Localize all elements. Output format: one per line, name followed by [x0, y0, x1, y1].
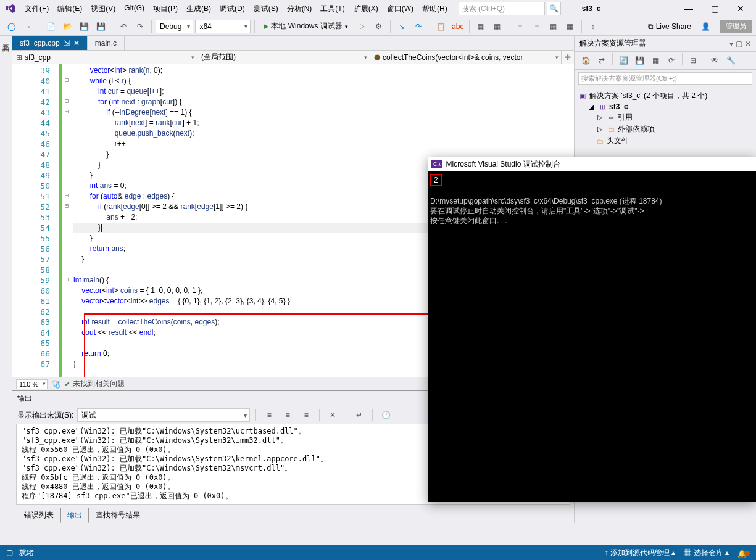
tb-icon-8[interactable]: ▦	[563, 19, 578, 34]
console-body[interactable]: 2 D:\mysetup\gopath\src\dsy\sf3_c\x64\De…	[428, 171, 756, 228]
expand-icon[interactable]: ▷	[596, 113, 604, 122]
admin-badge: 管理员	[720, 20, 752, 33]
out-icon-3[interactable]: ≡	[299, 408, 314, 422]
sol-save-icon[interactable]: 💾	[632, 53, 647, 68]
nav-global[interactable]: (全局范围)	[197, 51, 370, 64]
solution-icon: ▣	[578, 92, 587, 101]
tb-icon-9[interactable]: ↕	[586, 19, 600, 34]
tab-label: sf3_cpp.cpp	[20, 39, 60, 47]
nav-back-icon[interactable]: ◯	[4, 19, 19, 34]
out-clock-icon[interactable]: 🕐	[378, 408, 393, 422]
console-titlebar[interactable]: C:\ Microsoft Visual Studio 调试控制台	[428, 157, 756, 171]
nav-func[interactable]: ⬣ collectTheCoins(vector<int>& coins, ve…	[370, 51, 562, 64]
config-combo[interactable]: Debug	[156, 20, 193, 33]
tb-icon-7[interactable]: ▦	[546, 19, 561, 34]
undo-icon[interactable]: ↶	[116, 19, 131, 34]
tree-headers[interactable]: 🗀 头文件	[578, 135, 752, 147]
sol-switch-icon[interactable]: ⇄	[594, 53, 609, 68]
vs-logo-icon	[5, 3, 16, 14]
menu-help[interactable]: 帮助(H)	[418, 1, 451, 17]
expand-icon[interactable]: ▷	[596, 125, 604, 134]
tree-external[interactable]: ▷ 🗀 外部依赖项	[578, 123, 752, 135]
close-button[interactable]: ✕	[730, 1, 751, 16]
menu-project[interactable]: 项目(P)	[149, 1, 181, 17]
step-over-icon[interactable]: ↷	[411, 19, 426, 34]
tree-solution[interactable]: ▣ 解决方案 'sf3_c' (2 个项目，共 2 个)	[578, 90, 752, 102]
menu-file[interactable]: 文件(F)	[21, 1, 52, 17]
tab-output[interactable]: 输出	[60, 508, 89, 523]
sol-sync-icon[interactable]: 🔄	[616, 53, 631, 68]
solution-search[interactable]: 搜索解决方案资源管理器(Ctrl+;)	[578, 72, 752, 85]
pin-icon[interactable]: ⇲	[64, 39, 70, 47]
expand-icon[interactable]: ◢	[587, 102, 596, 111]
sol-view-icon[interactable]: 👁	[707, 53, 722, 68]
sol-home-icon[interactable]: 🏠	[578, 53, 593, 68]
search-input[interactable]: 搜索 (Ctrl+Q)	[459, 2, 545, 15]
tb-icon-3[interactable]: ▦	[473, 19, 488, 34]
nav-fwd-icon[interactable]: →	[20, 19, 35, 34]
redo-icon[interactable]: ↷	[133, 19, 147, 34]
menu-tools[interactable]: 工具(T)	[317, 1, 348, 17]
zoom-combo[interactable]: 110 %	[16, 379, 48, 389]
debug-target-icon[interactable]: ⚙	[372, 19, 386, 34]
dropdown-icon[interactable]: ▾	[729, 39, 733, 48]
out-icon-2[interactable]: ≡	[280, 408, 295, 422]
sol-props-icon[interactable]: 🔧	[723, 53, 738, 68]
menu-extensions[interactable]: 扩展(X)	[350, 1, 382, 17]
menu-build[interactable]: 生成(B)	[183, 1, 215, 17]
new-file-icon[interactable]: 📄	[43, 19, 58, 34]
out-wrap-icon[interactable]: ↵	[352, 408, 367, 422]
liveshare-button[interactable]: ⧉ Live Share	[643, 22, 696, 31]
save-all-icon[interactable]: 💾	[93, 19, 108, 34]
account-icon[interactable]: 👤	[698, 19, 713, 34]
fold-column[interactable]: ⊟ ⊟⊟ ⊟⊟ ⊟	[62, 64, 71, 377]
tab-errorlist[interactable]: 错误列表	[17, 508, 60, 523]
nav-scope[interactable]: ⊞ sf3_cpp	[12, 51, 197, 64]
tab-sf3cpp[interactable]: sf3_cpp.cpp ⇲ ✕	[12, 36, 88, 50]
sol-collapse-icon[interactable]: ⊟	[686, 53, 700, 68]
maximize-button[interactable]: ▢	[704, 1, 725, 16]
pin-icon[interactable]: ▢	[736, 39, 742, 48]
search-button[interactable]: 🔍	[547, 2, 561, 15]
step-into-icon[interactable]: ↘	[394, 19, 409, 34]
platform-combo[interactable]: x64	[195, 20, 251, 33]
repo-select[interactable]: ▦ 选择仓库 ▴	[684, 548, 729, 558]
tree-refs[interactable]: ▷ ▫▫ 引用	[578, 112, 752, 123]
menu-debug[interactable]: 调试(D)	[216, 1, 249, 17]
toolbox-tab[interactable]: 工具箱	[0, 36, 12, 523]
source-control[interactable]: ↑ 添加到源代码管理 ▴	[605, 548, 676, 558]
output-source-combo[interactable]: 调试	[77, 408, 250, 422]
tb-icon-4[interactable]: ▦	[490, 19, 505, 34]
menu-edit[interactable]: 编辑(E)	[54, 1, 86, 17]
close-panel-icon[interactable]: ✕	[745, 39, 751, 48]
split-icon[interactable]: ✚	[562, 51, 574, 64]
sol-refresh-icon[interactable]: ⟳	[664, 53, 679, 68]
menu-analyze[interactable]: 分析(N)	[283, 1, 316, 17]
tab-mainc[interactable]: main.c	[88, 36, 125, 50]
health-icon[interactable]: 🩺	[51, 380, 60, 389]
tb-icon-2[interactable]: abc	[451, 19, 465, 34]
menu-view[interactable]: 视图(V)	[87, 1, 119, 17]
run-button[interactable]: ▶ 本地 Windows 调试器 ▾	[259, 19, 352, 33]
save-icon[interactable]: 💾	[77, 19, 91, 34]
play-nobuild-icon[interactable]: ▷	[355, 19, 370, 34]
out-icon-1[interactable]: ≡	[262, 408, 276, 422]
nav-func-label: collectTheCoins(vector<int>& coins, vect…	[383, 53, 523, 62]
run-dropdown-icon[interactable]: ▾	[345, 23, 348, 30]
tree-project[interactable]: ◢ ⊞ sf3_c	[578, 102, 752, 112]
out-clear-icon[interactable]: ✕	[325, 408, 340, 422]
open-icon[interactable]: 📂	[60, 19, 75, 34]
menu-test[interactable]: 测试(S)	[250, 1, 282, 17]
tab-findsymbol[interactable]: 查找符号结果	[89, 508, 147, 523]
notification-icon[interactable]: 🔔	[737, 547, 750, 558]
sol-showall-icon[interactable]: ▦	[648, 53, 663, 68]
solution-tree[interactable]: ▣ 解决方案 'sf3_c' (2 个项目，共 2 个) ◢ ⊞ sf3_c ▷…	[575, 88, 756, 149]
tb-icon-6[interactable]: ≡	[530, 19, 544, 34]
menu-git[interactable]: Git(G)	[120, 1, 148, 17]
menu-window[interactable]: 窗口(W)	[383, 1, 417, 17]
tb-icon-5[interactable]: ≡	[513, 19, 528, 34]
tb-icon-1[interactable]: 📋	[434, 19, 449, 34]
liveshare-label: Live Share	[656, 22, 691, 31]
tab-close-icon[interactable]: ✕	[73, 39, 80, 47]
minimize-button[interactable]: —	[678, 1, 699, 16]
